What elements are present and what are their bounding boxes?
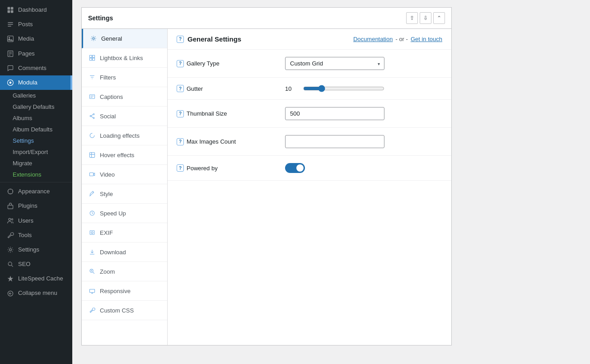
svg-rect-13 — [8, 205, 13, 209]
nav-item-download[interactable]: Download — [82, 243, 167, 262]
svg-point-30 — [90, 116, 91, 117]
svg-point-11 — [9, 82, 12, 84]
sidebar-item-tools[interactable]: Tools — [0, 228, 72, 243]
nav-item-label: Hover effects — [100, 152, 134, 159]
field-help-powered-by[interactable]: ? — [177, 164, 184, 172]
field-help-gutter[interactable]: ? — [177, 85, 184, 92]
field-help-thumbnail[interactable]: ? — [177, 110, 184, 117]
nav-item-label: Captions — [100, 93, 123, 100]
nav-item-exif[interactable]: EXIF — [82, 223, 167, 243]
contact-link[interactable]: Get in touch — [411, 36, 442, 42]
sidebar-item-posts[interactable]: Posts — [0, 17, 72, 32]
sidebar-sub-gallery-defaults[interactable]: Gallery Defaults — [0, 101, 72, 112]
field-powered-by: ? Powered by — [168, 156, 451, 181]
field-label-wrap: ? Gutter — [177, 85, 276, 92]
sidebar-sub-album-defaults[interactable]: Album Defaults — [0, 124, 72, 135]
sidebar-item-comments[interactable]: Comments — [0, 61, 72, 75]
sidebar-item-label: LiteSpeed Cache — [18, 275, 63, 283]
section-help-badge[interactable]: ? — [177, 36, 184, 43]
nav-item-video[interactable]: Video — [82, 165, 167, 184]
svg-rect-38 — [90, 231, 94, 234]
svg-point-16 — [9, 249, 12, 251]
nav-item-general[interactable]: General — [82, 29, 167, 48]
field-max-images: ? Max Images Count — [168, 128, 451, 156]
nav-item-filters[interactable]: Filters — [82, 68, 167, 87]
sidebar-item-label: Appearance — [18, 187, 50, 196]
nav-item-hover[interactable]: Hover effects — [82, 145, 167, 165]
sidebar-item-label: Media — [18, 35, 34, 43]
nav-item-customcss[interactable]: Custom CSS — [82, 301, 167, 320]
nav-item-style[interactable]: Style — [82, 184, 167, 204]
nav-item-zoom[interactable]: Zoom — [82, 262, 167, 281]
filter-icon — [88, 73, 96, 81]
nav-item-label: Download — [100, 249, 126, 256]
collapse-icon — [6, 289, 14, 298]
gallery-type-select-wrap: Custom Grid Masonry Slider Slideshow ▾ — [285, 57, 384, 70]
sidebar-item-seo[interactable]: SEO — [0, 257, 72, 271]
header-up-button[interactable]: ⇧ — [406, 12, 418, 24]
field-label: Max Images Count — [187, 138, 236, 145]
powered-by-toggle[interactable] — [285, 163, 305, 173]
sidebar-item-plugins[interactable]: Plugins — [0, 199, 72, 213]
sidebar-item-pages[interactable]: Pages — [0, 47, 72, 61]
gallery-type-select[interactable]: Custom Grid Masonry Slider Slideshow — [285, 57, 384, 70]
field-label-wrap: ? Max Images Count — [177, 138, 276, 145]
sidebar-item-appearance[interactable]: Appearance — [0, 184, 72, 199]
sidebar-item-collapse[interactable]: Collapse menu — [0, 286, 72, 300]
sidebar-item-media[interactable]: Media — [0, 32, 72, 46]
nav-item-label: Speed Up — [100, 210, 126, 217]
nav-item-speedup[interactable]: Speed Up — [82, 204, 167, 223]
nav-item-lightbox[interactable]: Lightbox & Links — [82, 48, 167, 68]
sidebar-item-label: Posts — [18, 20, 33, 28]
sidebar-item-label: Plugins — [18, 202, 37, 210]
nav-item-loading[interactable]: Loading effects — [82, 126, 167, 145]
modula-icon — [6, 79, 14, 87]
sidebar-item-dashboard[interactable]: Dashboard — [0, 3, 72, 17]
svg-rect-1 — [11, 7, 14, 10]
field-label-wrap: ? Thumbnail Size — [177, 110, 276, 117]
download-icon — [88, 248, 96, 256]
nav-item-social[interactable]: Social — [82, 107, 167, 126]
header-collapse-button[interactable]: ⌃ — [433, 12, 445, 24]
gutter-slider[interactable] — [303, 85, 384, 92]
dashboard-icon — [6, 6, 14, 14]
svg-point-29 — [93, 113, 94, 115]
sidebar-sub-albums[interactable]: Albums — [0, 112, 72, 124]
max-images-control — [285, 135, 442, 148]
sidebar-sub-migrate[interactable]: Migrate — [0, 158, 72, 169]
svg-rect-45 — [89, 289, 94, 293]
sidebar-sub-import-export[interactable]: Import/Export — [0, 146, 72, 158]
documentation-link[interactable]: Documentation — [353, 36, 393, 42]
header-down-button[interactable]: ⇩ — [420, 12, 431, 24]
sidebar-item-label: Pages — [18, 50, 35, 58]
speedup-icon — [88, 209, 96, 217]
gutter-control: 10 — [285, 85, 442, 92]
field-gutter: ? Gutter 10 — [168, 78, 451, 100]
sidebar-sub-settings[interactable]: Settings — [0, 135, 72, 146]
sidebar-item-modula[interactable]: Modula — [0, 75, 72, 90]
nav-item-captions[interactable]: Captions — [82, 87, 167, 107]
field-help-gallery-type[interactable]: ? — [177, 60, 184, 67]
field-label: Thumbnail Size — [187, 110, 227, 117]
hover-icon — [88, 151, 96, 159]
plugins-icon — [6, 202, 14, 210]
svg-point-39 — [91, 232, 93, 233]
section-title: General Settings — [187, 35, 241, 43]
users-icon — [6, 217, 14, 225]
grid-icon — [88, 54, 96, 62]
sidebar-item-users[interactable]: Users — [0, 214, 72, 228]
thumbnail-size-input[interactable] — [285, 107, 384, 120]
thumbnail-size-control — [285, 107, 442, 120]
max-images-input[interactable] — [285, 135, 384, 148]
sidebar-item-wp-settings[interactable]: Settings — [0, 243, 72, 257]
nav-item-responsive[interactable]: Responsive — [82, 281, 167, 301]
gallery-type-control: Custom Grid Masonry Slider Slideshow ▾ — [285, 57, 442, 70]
gear-icon — [89, 34, 98, 42]
nav-item-label: EXIF — [100, 229, 113, 236]
field-help-max-images[interactable]: ? — [177, 138, 184, 145]
sidebar-sub-galleries[interactable]: Galleries — [0, 90, 72, 101]
sidebar-item-litespeed[interactable]: LiteSpeed Cache — [0, 271, 72, 286]
sidebar-item-label: Dashboard — [18, 6, 47, 14]
svg-rect-0 — [8, 7, 10, 10]
sidebar-sub-extensions[interactable]: Extensions — [0, 169, 72, 180]
